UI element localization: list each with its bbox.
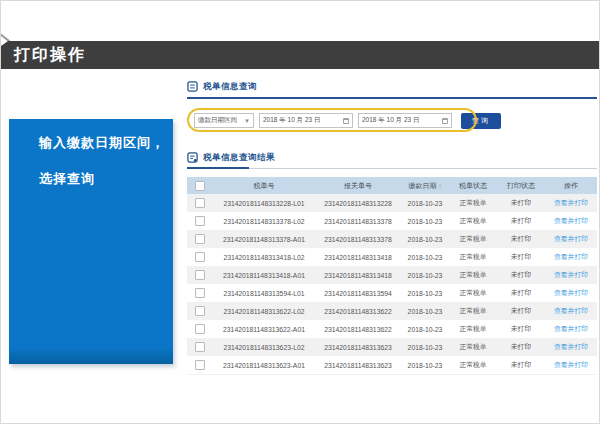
row-checkbox-cell [187, 270, 213, 280]
row-checkbox-cell [187, 306, 213, 316]
payment-date: 2018-10-23 [401, 290, 449, 297]
row-checkbox-cell [187, 288, 213, 298]
table-row: 231420181148313378-A01 23142018114831337… [187, 230, 597, 248]
bill-status: 正常税单 [449, 288, 497, 298]
tax-bill-number: 231420181148313378-L02 [213, 218, 315, 225]
print-status: 未打印 [497, 252, 545, 262]
table-row: 231420181148313636-L01 23142018114831363… [187, 374, 597, 375]
payment-date: 2018-10-23 [401, 218, 449, 225]
declaration-number: 231420181148313418 [315, 254, 401, 261]
payment-date: 2018-10-23 [401, 200, 449, 207]
row-checkbox-cell [187, 342, 213, 352]
header-action: 操作 [545, 181, 597, 191]
header-tax-bill-number: 税单号 [213, 181, 315, 191]
row-checkbox[interactable] [195, 360, 205, 370]
date-type-select-value: 缴款日期区间 [198, 116, 237, 125]
row-checkbox-cell [187, 360, 213, 370]
print-status: 未打印 [497, 288, 545, 298]
instruction-panel: 输入缴款日期区间， 选择查询 [9, 119, 173, 364]
query-section-header: 税单信息查询 [187, 79, 597, 99]
tax-bill-number: 231420181148313418-L02 [213, 254, 315, 261]
view-print-link[interactable]: 查看并打印 [545, 360, 597, 370]
view-print-link[interactable]: 查看并打印 [545, 216, 597, 226]
row-checkbox[interactable] [195, 216, 205, 226]
view-print-link[interactable]: 查看并打印 [545, 324, 597, 334]
declaration-number: 231420181148313623 [315, 362, 401, 369]
view-print-link[interactable]: 查看并打印 [545, 198, 597, 208]
date-type-select[interactable]: 缴款日期区间 ▼ [194, 113, 254, 128]
chevron-down-icon: ▼ [244, 118, 250, 124]
table-row: 231420181148313623-A01 23142018114831362… [187, 356, 597, 374]
print-status: 未打印 [497, 360, 545, 370]
tax-bill-number: 231420181148313594-L01 [213, 290, 315, 297]
payment-date: 2018-10-23 [401, 272, 449, 279]
slide-title-bar: 打印操作 [1, 41, 600, 69]
row-checkbox[interactable] [195, 198, 205, 208]
table-row: 231420181148313418-L02 23142018114831341… [187, 248, 597, 266]
date-to-input[interactable]: 2018 年 10 月 23 日 [358, 113, 452, 128]
date-from-value: 2018 年 10 月 23 日 [263, 116, 320, 125]
row-checkbox[interactable] [195, 324, 205, 334]
query-toolbar: 缴款日期区间 ▼ 2018 年 10 月 23 日 2018 年 10 月 23… [187, 108, 597, 136]
declaration-number: 231420181148313594 [315, 290, 401, 297]
print-status: 未打印 [497, 324, 545, 334]
instruction-line-2: 选择查询 [9, 170, 173, 188]
view-print-link[interactable]: 查看并打印 [545, 270, 597, 280]
table-header-row: 税单号 报关单号 缴款日期 ↑ 税单状态 打印状态 操作 [187, 177, 597, 194]
row-checkbox[interactable] [195, 234, 205, 244]
row-checkbox[interactable] [195, 252, 205, 262]
payment-date: 2018-10-23 [401, 362, 449, 369]
print-status: 未打印 [497, 270, 545, 280]
row-checkbox[interactable] [195, 288, 205, 298]
payment-date: 2018-10-23 [401, 326, 449, 333]
results-table: 税单号 报关单号 缴款日期 ↑ 税单状态 打印状态 操作 2314201 [187, 177, 597, 375]
row-checkbox-cell [187, 198, 213, 208]
row-checkbox[interactable] [195, 306, 205, 316]
print-status: 未打印 [497, 306, 545, 316]
document-result-icon [187, 152, 198, 163]
table-row: 231420181148313228-L01 23142018114831322… [187, 194, 597, 212]
date-from-input[interactable]: 2018 年 10 月 23 日 [259, 113, 353, 128]
page-title: 打印操作 [1, 45, 86, 66]
calendar-icon [343, 118, 349, 124]
view-print-link[interactable]: 查看并打印 [545, 252, 597, 262]
tax-bill-number: 231420181148313623-A01 [213, 362, 315, 369]
view-print-link[interactable]: 查看并打印 [545, 342, 597, 352]
row-checkbox[interactable] [195, 342, 205, 352]
row-checkbox-cell [187, 234, 213, 244]
bill-status: 正常税单 [449, 216, 497, 226]
row-checkbox[interactable] [195, 270, 205, 280]
declaration-number: 231420181148313418 [315, 272, 401, 279]
search-button[interactable]: 查询 [461, 113, 501, 129]
query-controls: 缴款日期区间 ▼ 2018 年 10 月 23 日 2018 年 10 月 23… [194, 113, 501, 129]
view-print-link[interactable]: 查看并打印 [545, 306, 597, 316]
tax-bill-number: 231420181148313228-L01 [213, 200, 315, 207]
declaration-number: 231420181148313228 [315, 200, 401, 207]
print-status: 未打印 [497, 234, 545, 244]
view-print-link[interactable]: 查看并打印 [545, 234, 597, 244]
sort-ascending-icon: ↑ [439, 183, 442, 189]
header-checkbox-cell [187, 181, 213, 191]
row-checkbox-cell [187, 252, 213, 262]
date-to-value: 2018 年 10 月 23 日 [362, 116, 419, 125]
bill-status: 正常税单 [449, 270, 497, 280]
tax-bill-number: 231420181148313378-A01 [213, 236, 315, 243]
header-payment-date-label: 缴款日期 [409, 181, 437, 191]
instruction-line-1: 输入缴款日期区间， [9, 119, 173, 152]
row-checkbox-cell [187, 324, 213, 334]
declaration-number: 231420181148313622 [315, 326, 401, 333]
select-all-checkbox[interactable] [195, 181, 205, 191]
payment-date: 2018-10-23 [401, 254, 449, 261]
view-print-link[interactable]: 查看并打印 [545, 288, 597, 298]
table-row: 231420181148313418-A01 23142018114831341… [187, 266, 597, 284]
bill-status: 正常税单 [449, 324, 497, 334]
header-payment-date[interactable]: 缴款日期 ↑ [401, 181, 449, 191]
declaration-number: 231420181148313623 [315, 344, 401, 351]
row-checkbox-cell [187, 216, 213, 226]
print-status: 未打印 [497, 216, 545, 226]
bill-status: 正常税单 [449, 234, 497, 244]
payment-date: 2018-10-23 [401, 344, 449, 351]
declaration-number: 231420181148313378 [315, 236, 401, 243]
bill-status: 正常税单 [449, 360, 497, 370]
bill-status: 正常税单 [449, 342, 497, 352]
